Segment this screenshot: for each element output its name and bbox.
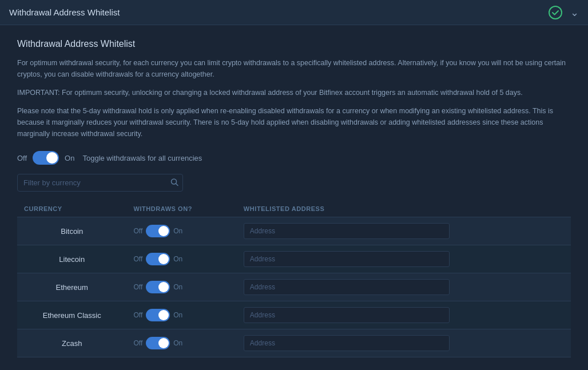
currency-toggle-cell: Off On xyxy=(126,329,236,357)
address-cell xyxy=(237,301,571,329)
currency-toggle-cell: Off On xyxy=(126,245,236,273)
table-row: Litecoin Off On xyxy=(17,245,571,273)
table-row: Ethereum Off On xyxy=(17,273,571,301)
main-content: Withdrawal Address Whitelist For optimum… xyxy=(0,25,588,370)
currency-toggle-cell: Off On xyxy=(126,217,236,245)
toggle-cell-inner: Off On xyxy=(133,309,229,321)
global-toggle-row: Off On Toggle withdrawals for all curren… xyxy=(17,151,571,165)
toggle-cell-inner: Off On xyxy=(133,281,229,293)
address-input-1[interactable] xyxy=(244,251,450,267)
filter-input[interactable] xyxy=(17,174,183,192)
row-toggle-switch-2[interactable] xyxy=(146,281,170,293)
currency-table: CURRENCY WITHDRAWS ON? WHITELISTED ADDRE… xyxy=(17,201,571,357)
currency-name: Zcash xyxy=(17,329,126,357)
currency-toggle-cell: Off On xyxy=(126,273,236,301)
table-row: Ethereum Classic Off On xyxy=(17,301,571,329)
col-currency: CURRENCY xyxy=(17,201,126,217)
row-off-label: Off xyxy=(133,227,142,235)
toggle-on-label: On xyxy=(65,154,74,162)
toggle-cell-inner: Off On xyxy=(133,225,229,237)
row-off-label: Off xyxy=(133,255,142,263)
address-input-4[interactable] xyxy=(244,335,450,351)
row-off-label: Off xyxy=(133,311,142,319)
row-on-label: On xyxy=(173,283,182,291)
address-input-2[interactable] xyxy=(244,279,450,295)
address-cell xyxy=(237,329,571,357)
title-bar: Withdrawal Address Whitelist ⌄ xyxy=(0,0,588,25)
title-bar-left: Withdrawal Address Whitelist xyxy=(9,7,120,17)
currency-toggle-cell: Off On xyxy=(126,301,236,329)
global-toggle-switch[interactable] xyxy=(33,151,59,165)
table-row: Zcash Off On xyxy=(17,329,571,357)
row-toggle-switch-4[interactable] xyxy=(146,337,170,349)
toggle-cell-inner: Off On xyxy=(133,337,229,349)
address-cell xyxy=(237,217,571,245)
description-2: IMPORTANT: For optimum security, unlocki… xyxy=(17,87,571,98)
currency-name: Litecoin xyxy=(17,245,126,273)
title-bar-right: ⌄ xyxy=(549,6,579,19)
row-off-label: Off xyxy=(133,283,142,291)
col-withdraws-on: WITHDRAWS ON? xyxy=(126,201,236,217)
description-3: Please note that the 5-day withdrawal ho… xyxy=(17,105,571,140)
section-title: Withdrawal Address Whitelist xyxy=(17,39,571,49)
toggle-all-label: Toggle withdrawals for all currencies xyxy=(82,154,202,162)
row-toggle-switch-1[interactable] xyxy=(146,253,170,265)
currency-name: Bitcoin xyxy=(17,217,126,245)
currency-name: Ethereum xyxy=(17,273,126,301)
currency-name: Ethereum Classic xyxy=(17,301,126,329)
col-whitelisted-address: WHITELISTED ADDRESS xyxy=(237,201,571,217)
row-toggle-switch-0[interactable] xyxy=(146,225,170,237)
row-off-label: Off xyxy=(133,339,142,347)
table-header-row: CURRENCY WITHDRAWS ON? WHITELISTED ADDRE… xyxy=(17,201,571,217)
toggle-cell-inner: Off On xyxy=(133,253,229,265)
page-title: Withdrawal Address Whitelist xyxy=(9,7,120,17)
address-cell xyxy=(237,245,571,273)
filter-row xyxy=(17,174,571,192)
address-cell xyxy=(237,273,571,301)
description-1: For optimum withdrawal security, for eac… xyxy=(17,57,571,80)
table-row: Bitcoin Off On xyxy=(17,217,571,245)
filter-input-wrap xyxy=(17,174,183,192)
verified-icon xyxy=(549,6,562,19)
row-on-label: On xyxy=(173,339,182,347)
toggle-off-label: Off xyxy=(17,154,27,162)
row-on-label: On xyxy=(173,227,182,235)
address-input-3[interactable] xyxy=(244,307,450,323)
row-on-label: On xyxy=(173,311,182,319)
chevron-down-icon[interactable]: ⌄ xyxy=(570,6,579,19)
row-toggle-switch-3[interactable] xyxy=(146,309,170,321)
row-on-label: On xyxy=(173,255,182,263)
address-input-0[interactable] xyxy=(244,223,450,239)
